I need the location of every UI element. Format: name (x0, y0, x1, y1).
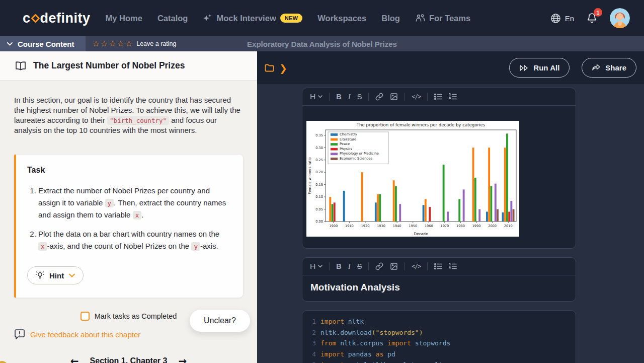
nav-item-mock-interview[interactable]: Mock Interview NEW (203, 14, 302, 23)
line-number: 4 (307, 349, 316, 360)
notification-count-badge: 1 (594, 8, 602, 17)
run-all-button[interactable]: Run All (509, 58, 570, 78)
cell-toolbar: H B I S </> (302, 258, 576, 275)
notebook-topbar: ❯ Run All Share (257, 51, 644, 84)
svg-text:Economic Sciences: Economic Sciences (340, 157, 372, 161)
sparkle-icon (203, 14, 212, 23)
folder-icon[interactable] (265, 63, 274, 72)
notifications-button[interactable]: 1 (586, 12, 598, 24)
strikethrough-button[interactable]: S (357, 93, 362, 101)
codefinity-logo[interactable]: c definity (23, 11, 91, 26)
language-selector[interactable]: En (550, 13, 574, 24)
bullet-list-button[interactable] (434, 93, 442, 100)
unclear-button[interactable]: Unclear? (190, 310, 250, 332)
user-avatar[interactable] (610, 8, 630, 28)
inline-code-x: x (38, 242, 47, 251)
lightbulb-icon (36, 271, 44, 280)
nav-item-my-home[interactable]: My Home (106, 14, 142, 23)
bullet-list-button[interactable] (434, 263, 442, 270)
lesson-header: The Largest Number of Nobel Prizes (0, 51, 257, 81)
chevron-right-icon[interactable]: ❯ (279, 62, 287, 74)
link-icon (375, 93, 383, 101)
nav-item-for-teams[interactable]: For Teams (415, 14, 470, 23)
code-button[interactable]: </> (412, 263, 421, 270)
notebook-cell-markdown: H B I S </> Motivation Analysis (302, 257, 576, 302)
nav-item-blog[interactable]: Blog (381, 14, 400, 23)
svg-text:2000: 2000 (488, 224, 497, 228)
link-button[interactable] (375, 262, 383, 270)
star-icon[interactable]: ☆ (109, 40, 116, 48)
bullet-list-icon (434, 263, 442, 270)
share-icon (592, 64, 601, 71)
female-winners-chart: The proportion of female winners per dec… (306, 121, 519, 237)
image-icon (390, 262, 398, 270)
mark-completed-checkbox[interactable] (80, 312, 90, 321)
code-line[interactable]: 5import matplotlib.pyplot as plt (302, 359, 576, 363)
logo-diamond-icon (31, 14, 40, 23)
star-icon[interactable]: ☆ (101, 40, 108, 48)
svg-text:Female winners ratio: Female winners ratio (308, 157, 312, 194)
chevron-down-icon (7, 42, 13, 46)
notebook-cell-chart: H B I S </> The proportion of female win… (302, 88, 576, 249)
line-number: 5 (307, 359, 316, 363)
code-line[interactable]: 1import nltk (302, 316, 576, 327)
inline-code-birth-country: "birth_country" (107, 116, 169, 125)
nav-item-catalog[interactable]: Catalog (157, 14, 188, 23)
code-line[interactable]: 3from nltk.corpus import stopwords (302, 338, 576, 349)
svg-text:0.25: 0.25 (315, 158, 323, 162)
bold-button[interactable]: B (336, 93, 341, 101)
book-icon (15, 61, 26, 70)
italic-button[interactable]: I (348, 93, 351, 101)
rating-stars: ☆ ☆ ☆ ☆ ☆ (93, 40, 133, 48)
image-button[interactable] (390, 262, 398, 270)
link-icon (375, 262, 383, 270)
share-button[interactable]: Share (582, 58, 636, 78)
star-icon[interactable]: ☆ (125, 40, 132, 48)
chevron-down-icon (318, 265, 323, 268)
run-all-icon (519, 64, 529, 71)
image-button[interactable] (390, 93, 398, 101)
svg-text:1900: 1900 (329, 224, 338, 228)
chevron-down-icon (318, 95, 323, 98)
course-bar: Course Content ☆ ☆ ☆ ☆ ☆ Leave a rating … (0, 36, 644, 51)
svg-text:1930: 1930 (377, 224, 385, 228)
language-label: En (565, 14, 574, 23)
svg-text:1970: 1970 (440, 224, 449, 228)
code-line[interactable]: 4import pandas as pd (302, 349, 576, 360)
inline-code-x: x (133, 211, 142, 220)
chapter-navigation: ← Section 1. Chapter 3 → (14, 355, 243, 363)
strikethrough-button[interactable]: S (357, 262, 362, 270)
svg-text:0.20: 0.20 (315, 170, 323, 174)
numbered-list-button[interactable] (449, 263, 457, 270)
bold-button[interactable]: B (336, 262, 341, 270)
prev-chapter-arrow[interactable]: ← (70, 355, 79, 363)
feedback-link[interactable]: Give feedback about this chapter (30, 330, 140, 339)
image-icon (390, 93, 398, 101)
star-icon[interactable]: ☆ (93, 40, 100, 48)
italic-button[interactable]: I (348, 262, 351, 271)
bullet-list-icon (434, 93, 442, 100)
svg-text:0.10: 0.10 (315, 195, 323, 199)
code-line[interactable]: 2nltk.download("stopwords") (302, 327, 576, 338)
svg-text:0.30: 0.30 (315, 146, 323, 150)
svg-text:Chemistry: Chemistry (340, 132, 357, 136)
heading-style-dropdown[interactable]: H (310, 262, 323, 271)
chat-widget-stub[interactable] (0, 361, 8, 363)
next-chapter-arrow[interactable]: → (178, 355, 187, 363)
star-icon[interactable]: ☆ (117, 40, 124, 48)
lesson-panel: The Largest Number of Nobel Prizes In th… (0, 51, 257, 363)
code-editor[interactable]: 1import nltk2nltk.download("stopwords")3… (302, 311, 576, 363)
hint-button[interactable]: Hint (27, 266, 84, 284)
svg-text:1940: 1940 (393, 224, 401, 228)
markdown-heading[interactable]: Motivation Analysis (302, 275, 576, 301)
code-button[interactable]: </> (412, 93, 421, 100)
leave-rating-label: Leave a rating (136, 40, 176, 47)
link-button[interactable] (375, 93, 383, 101)
svg-text:1950: 1950 (409, 224, 417, 228)
top-navbar: c definity My Home Catalog Mock Intervie… (0, 0, 644, 36)
heading-style-dropdown[interactable]: H (310, 92, 323, 101)
line-number: 2 (307, 327, 316, 338)
course-content-toggle[interactable]: Course Content (0, 36, 86, 51)
nav-item-workspaces[interactable]: Workspaces (317, 14, 366, 23)
numbered-list-button[interactable] (449, 93, 457, 100)
